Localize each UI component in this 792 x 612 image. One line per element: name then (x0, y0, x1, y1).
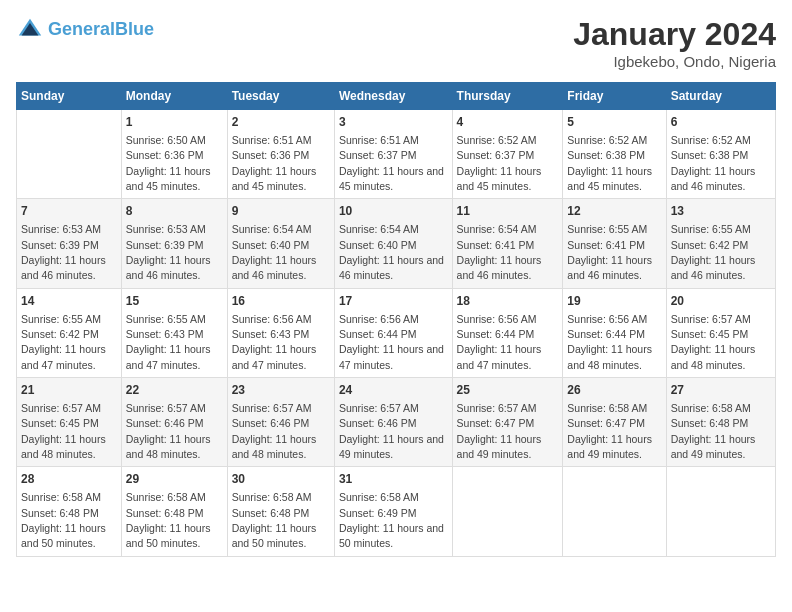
cell-info: Sunrise: 6:53 AMSunset: 6:39 PMDaylight:… (21, 223, 106, 281)
calendar-cell (666, 467, 775, 556)
header-row: SundayMondayTuesdayWednesdayThursdayFrid… (17, 83, 776, 110)
cell-info: Sunrise: 6:50 AMSunset: 6:36 PMDaylight:… (126, 134, 211, 192)
calendar-cell: 30Sunrise: 6:58 AMSunset: 6:48 PMDayligh… (227, 467, 334, 556)
calendar-body: 1Sunrise: 6:50 AMSunset: 6:36 PMDaylight… (17, 110, 776, 557)
cell-info: Sunrise: 6:51 AMSunset: 6:36 PMDaylight:… (232, 134, 317, 192)
logo-icon (16, 16, 44, 44)
week-row-0: 1Sunrise: 6:50 AMSunset: 6:36 PMDaylight… (17, 110, 776, 199)
cell-info: Sunrise: 6:56 AMSunset: 6:44 PMDaylight:… (567, 313, 652, 371)
calendar-cell: 31Sunrise: 6:58 AMSunset: 6:49 PMDayligh… (334, 467, 452, 556)
cell-info: Sunrise: 6:54 AMSunset: 6:41 PMDaylight:… (457, 223, 542, 281)
day-number: 29 (126, 471, 223, 488)
cell-info: Sunrise: 6:58 AMSunset: 6:48 PMDaylight:… (21, 491, 106, 549)
day-number: 12 (567, 203, 661, 220)
day-number: 30 (232, 471, 330, 488)
calendar-cell: 25Sunrise: 6:57 AMSunset: 6:47 PMDayligh… (452, 378, 563, 467)
week-row-1: 7Sunrise: 6:53 AMSunset: 6:39 PMDaylight… (17, 199, 776, 288)
header-cell-tuesday: Tuesday (227, 83, 334, 110)
cell-info: Sunrise: 6:53 AMSunset: 6:39 PMDaylight:… (126, 223, 211, 281)
day-number: 7 (21, 203, 117, 220)
cell-info: Sunrise: 6:52 AMSunset: 6:38 PMDaylight:… (567, 134, 652, 192)
calendar-cell: 8Sunrise: 6:53 AMSunset: 6:39 PMDaylight… (121, 199, 227, 288)
logo: GeneralBlue (16, 16, 154, 44)
header-cell-thursday: Thursday (452, 83, 563, 110)
day-number: 18 (457, 293, 559, 310)
calendar-cell (452, 467, 563, 556)
cell-info: Sunrise: 6:55 AMSunset: 6:43 PMDaylight:… (126, 313, 211, 371)
header-cell-sunday: Sunday (17, 83, 122, 110)
calendar-cell: 9Sunrise: 6:54 AMSunset: 6:40 PMDaylight… (227, 199, 334, 288)
calendar-cell: 2Sunrise: 6:51 AMSunset: 6:36 PMDaylight… (227, 110, 334, 199)
day-number: 10 (339, 203, 448, 220)
day-number: 5 (567, 114, 661, 131)
calendar-cell: 13Sunrise: 6:55 AMSunset: 6:42 PMDayligh… (666, 199, 775, 288)
day-number: 20 (671, 293, 771, 310)
calendar-cell: 12Sunrise: 6:55 AMSunset: 6:41 PMDayligh… (563, 199, 666, 288)
calendar-cell: 23Sunrise: 6:57 AMSunset: 6:46 PMDayligh… (227, 378, 334, 467)
calendar-cell: 19Sunrise: 6:56 AMSunset: 6:44 PMDayligh… (563, 288, 666, 377)
calendar-cell: 27Sunrise: 6:58 AMSunset: 6:48 PMDayligh… (666, 378, 775, 467)
cell-info: Sunrise: 6:56 AMSunset: 6:44 PMDaylight:… (457, 313, 542, 371)
cell-info: Sunrise: 6:57 AMSunset: 6:45 PMDaylight:… (671, 313, 756, 371)
calendar-cell: 11Sunrise: 6:54 AMSunset: 6:41 PMDayligh… (452, 199, 563, 288)
header-cell-wednesday: Wednesday (334, 83, 452, 110)
header-cell-saturday: Saturday (666, 83, 775, 110)
calendar-cell: 21Sunrise: 6:57 AMSunset: 6:45 PMDayligh… (17, 378, 122, 467)
calendar-cell: 17Sunrise: 6:56 AMSunset: 6:44 PMDayligh… (334, 288, 452, 377)
calendar-header: SundayMondayTuesdayWednesdayThursdayFrid… (17, 83, 776, 110)
calendar-cell: 3Sunrise: 6:51 AMSunset: 6:37 PMDaylight… (334, 110, 452, 199)
calendar-cell: 15Sunrise: 6:55 AMSunset: 6:43 PMDayligh… (121, 288, 227, 377)
header-cell-friday: Friday (563, 83, 666, 110)
day-number: 19 (567, 293, 661, 310)
logo-line1: General (48, 19, 115, 39)
cell-info: Sunrise: 6:58 AMSunset: 6:48 PMDaylight:… (671, 402, 756, 460)
calendar-cell: 28Sunrise: 6:58 AMSunset: 6:48 PMDayligh… (17, 467, 122, 556)
day-number: 26 (567, 382, 661, 399)
calendar-cell: 16Sunrise: 6:56 AMSunset: 6:43 PMDayligh… (227, 288, 334, 377)
day-number: 4 (457, 114, 559, 131)
day-number: 9 (232, 203, 330, 220)
cell-info: Sunrise: 6:58 AMSunset: 6:48 PMDaylight:… (126, 491, 211, 549)
day-number: 13 (671, 203, 771, 220)
day-number: 1 (126, 114, 223, 131)
calendar-cell: 22Sunrise: 6:57 AMSunset: 6:46 PMDayligh… (121, 378, 227, 467)
calendar-cell: 20Sunrise: 6:57 AMSunset: 6:45 PMDayligh… (666, 288, 775, 377)
calendar-cell: 14Sunrise: 6:55 AMSunset: 6:42 PMDayligh… (17, 288, 122, 377)
calendar-cell: 7Sunrise: 6:53 AMSunset: 6:39 PMDaylight… (17, 199, 122, 288)
day-number: 31 (339, 471, 448, 488)
cell-info: Sunrise: 6:56 AMSunset: 6:43 PMDaylight:… (232, 313, 317, 371)
day-number: 2 (232, 114, 330, 131)
page-header: GeneralBlue January 2024 Igbekebo, Ondo,… (16, 16, 776, 70)
page-subtitle: Igbekebo, Ondo, Nigeria (573, 53, 776, 70)
cell-info: Sunrise: 6:57 AMSunset: 6:46 PMDaylight:… (126, 402, 211, 460)
cell-info: Sunrise: 6:52 AMSunset: 6:38 PMDaylight:… (671, 134, 756, 192)
calendar-cell: 24Sunrise: 6:57 AMSunset: 6:46 PMDayligh… (334, 378, 452, 467)
cell-info: Sunrise: 6:58 AMSunset: 6:47 PMDaylight:… (567, 402, 652, 460)
header-cell-monday: Monday (121, 83, 227, 110)
calendar-cell: 26Sunrise: 6:58 AMSunset: 6:47 PMDayligh… (563, 378, 666, 467)
cell-info: Sunrise: 6:52 AMSunset: 6:37 PMDaylight:… (457, 134, 542, 192)
calendar-cell (563, 467, 666, 556)
cell-info: Sunrise: 6:58 AMSunset: 6:49 PMDaylight:… (339, 491, 444, 549)
cell-info: Sunrise: 6:54 AMSunset: 6:40 PMDaylight:… (232, 223, 317, 281)
cell-info: Sunrise: 6:54 AMSunset: 6:40 PMDaylight:… (339, 223, 444, 281)
page-title: January 2024 (573, 16, 776, 53)
day-number: 24 (339, 382, 448, 399)
day-number: 8 (126, 203, 223, 220)
cell-info: Sunrise: 6:55 AMSunset: 6:41 PMDaylight:… (567, 223, 652, 281)
day-number: 23 (232, 382, 330, 399)
day-number: 25 (457, 382, 559, 399)
cell-info: Sunrise: 6:57 AMSunset: 6:45 PMDaylight:… (21, 402, 106, 460)
day-number: 6 (671, 114, 771, 131)
day-number: 16 (232, 293, 330, 310)
week-row-3: 21Sunrise: 6:57 AMSunset: 6:45 PMDayligh… (17, 378, 776, 467)
day-number: 22 (126, 382, 223, 399)
cell-info: Sunrise: 6:57 AMSunset: 6:46 PMDaylight:… (232, 402, 317, 460)
cell-info: Sunrise: 6:55 AMSunset: 6:42 PMDaylight:… (21, 313, 106, 371)
calendar-cell: 29Sunrise: 6:58 AMSunset: 6:48 PMDayligh… (121, 467, 227, 556)
logo-line2: Blue (115, 19, 154, 39)
calendar-cell: 4Sunrise: 6:52 AMSunset: 6:37 PMDaylight… (452, 110, 563, 199)
calendar-cell (17, 110, 122, 199)
calendar-cell: 10Sunrise: 6:54 AMSunset: 6:40 PMDayligh… (334, 199, 452, 288)
day-number: 14 (21, 293, 117, 310)
